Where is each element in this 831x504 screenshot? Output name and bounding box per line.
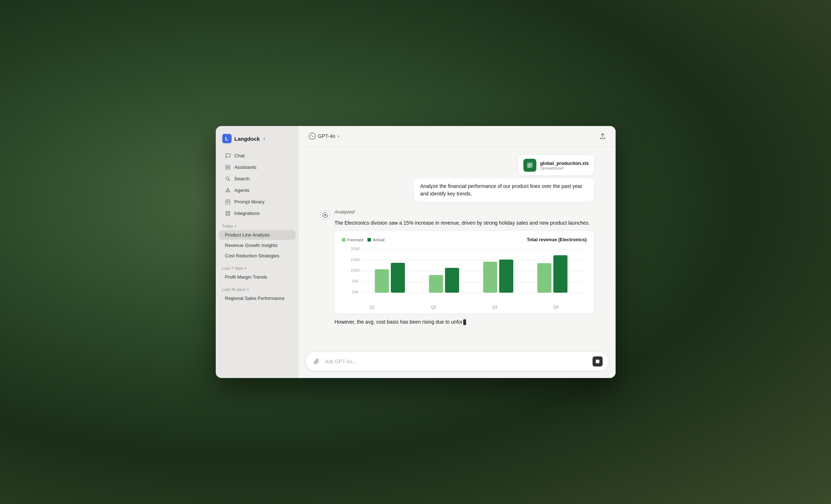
sidebar-item-search-label: Search: [234, 176, 250, 181]
model-selector[interactable]: GPT-4o ▾: [306, 131, 342, 141]
sidebar-item-integrations-label: Integrations: [234, 211, 260, 216]
svg-text:20M: 20M: [350, 247, 359, 251]
analyzed-label: Analyzed: [335, 209, 594, 215]
x-label-q3: Q3: [464, 305, 526, 309]
svg-text:0M: 0M: [352, 290, 358, 294]
sidebar-item-prompt-library[interactable]: Prompt library: [219, 196, 296, 207]
user-message-bubble: Analyze the financial performance of our…: [414, 178, 594, 202]
attach-icon: [313, 358, 320, 365]
section-last-7-days: Last 7 days ▾: [216, 261, 299, 272]
svg-text:10M: 10M: [350, 269, 359, 273]
chart-x-labels: Q1 Q2 Q3 Q4: [342, 305, 587, 309]
sidebar-item-chat-label: Chat: [234, 153, 245, 158]
section-today-chevron: ▾: [234, 224, 236, 228]
svg-point-6: [228, 191, 228, 192]
assistant-avatar-icon: [320, 210, 330, 220]
section-today: Today ▾: [216, 219, 299, 230]
legend-forecast-label: Forecast: [347, 238, 363, 242]
app-window: L Langdock ▾ Chat Assistants: [216, 126, 616, 378]
brand-icon: L: [222, 134, 232, 143]
bar-q4-actual: [553, 255, 567, 293]
assistant-text-2: However, the avg. cost basis has been ri…: [335, 318, 594, 326]
assistant-message: Analyzed The Electronics division saw a …: [320, 209, 594, 326]
sidebar: L Langdock ▾ Chat Assistants: [216, 126, 299, 378]
legend-actual-label: Actual: [373, 238, 384, 242]
stop-icon: [596, 360, 599, 363]
assistant-text-1: The Electronics division saw a 15% incre…: [335, 219, 594, 227]
file-attachment: global_production.xls Spreadsheet: [518, 155, 594, 175]
sidebar-item-search[interactable]: Search: [219, 173, 296, 184]
assistant-avatar: [320, 210, 330, 220]
history-item-regional-sales-performance[interactable]: Regional Sales Performance: [219, 293, 296, 303]
legend-forecast: Forecast: [342, 238, 363, 242]
sidebar-item-assistants-label: Assistants: [234, 165, 257, 170]
svg-rect-16: [528, 164, 532, 165]
assistant-content: Analyzed The Electronics division saw a …: [335, 209, 594, 326]
bar-q2-forecast: [429, 275, 443, 293]
svg-point-21: [324, 214, 326, 216]
sidebar-item-integrations[interactable]: Integrations: [219, 208, 296, 219]
svg-rect-17: [528, 165, 532, 166]
file-icon: [523, 159, 536, 172]
legend-actual-dot: [367, 238, 371, 242]
gpt-icon: [309, 132, 316, 140]
bar-q1-actual: [391, 263, 405, 293]
sidebar-item-assistants[interactable]: Assistants: [219, 162, 296, 172]
stop-button[interactable]: [593, 356, 603, 366]
bar-q3-forecast: [483, 262, 497, 293]
user-message-group: global_production.xls Spreadsheet Analyz…: [320, 155, 594, 202]
svg-rect-0: [226, 165, 230, 169]
history-item-product-line-analysis[interactable]: Product Line Analysis: [219, 230, 296, 240]
brand-logo[interactable]: L Langdock ▾: [216, 132, 299, 150]
attach-button[interactable]: [312, 356, 322, 366]
main-content: GPT-4o ▾: [299, 126, 616, 378]
x-label-q2: Q2: [403, 305, 464, 309]
svg-point-1: [227, 166, 229, 168]
chat-icon: [225, 153, 231, 158]
section-last-30-days: Last 30 days ▾: [216, 282, 299, 293]
input-box: [306, 352, 608, 371]
file-name: global_production.xls: [540, 161, 589, 166]
header-actions: [597, 130, 608, 142]
svg-rect-18: [528, 167, 531, 167]
chart-legend: Forecast Actual: [342, 238, 385, 242]
history-item-profit-margin-trends[interactable]: Profit Margin Trends: [219, 272, 296, 282]
chat-header: GPT-4o ▾: [299, 126, 616, 147]
chart-title: Total revenue (Electronics): [527, 237, 587, 242]
chat-area: global_production.xls Spreadsheet Analyz…: [299, 147, 616, 348]
x-label-q1: Q1: [342, 305, 403, 309]
chart-body: 20M 15M 10M 5M 0M: [342, 246, 587, 309]
legend-forecast-dot: [342, 238, 345, 242]
file-info: global_production.xls Spreadsheet: [540, 161, 589, 170]
share-button[interactable]: [597, 130, 608, 142]
sidebar-item-chat[interactable]: Chat: [219, 150, 296, 161]
sidebar-item-agents[interactable]: Agents: [219, 185, 296, 195]
spreadsheet-icon: [526, 162, 533, 169]
svg-text:15M: 15M: [350, 258, 359, 262]
chart-header: Forecast Actual Total revenue (Electroni…: [342, 237, 587, 242]
file-type: Spreadsheet: [540, 166, 589, 170]
sidebar-item-prompt-library-label: Prompt library: [234, 199, 265, 204]
share-icon: [599, 133, 606, 139]
svg-rect-11: [228, 211, 230, 213]
bar-q2-actual: [445, 268, 459, 293]
search-icon: [225, 176, 231, 181]
input-area: [299, 348, 616, 378]
svg-text:5M: 5M: [352, 279, 358, 283]
assistants-icon: [225, 164, 231, 170]
model-name: GPT-4o: [318, 133, 335, 139]
legend-actual: Actual: [367, 238, 384, 242]
svg-rect-10: [226, 211, 227, 213]
x-label-q4: Q4: [526, 305, 587, 309]
history-item-cost-reduction-strategies[interactable]: Cost Reduction Strategies: [219, 251, 296, 261]
chart-container: Forecast Actual Total revenue (Electroni…: [335, 231, 594, 314]
history-item-revenue-growth-insights[interactable]: Revenue Growth Insights: [219, 240, 296, 250]
chat-input[interactable]: [325, 359, 589, 364]
svg-line-3: [229, 179, 230, 181]
integrations-icon: [225, 210, 231, 216]
bar-q3-actual: [499, 260, 513, 293]
typing-cursor: [463, 319, 466, 325]
agents-icon: [225, 187, 231, 193]
svg-rect-12: [226, 214, 227, 215]
chart-svg: 20M 15M 10M 5M 0M: [342, 246, 587, 303]
